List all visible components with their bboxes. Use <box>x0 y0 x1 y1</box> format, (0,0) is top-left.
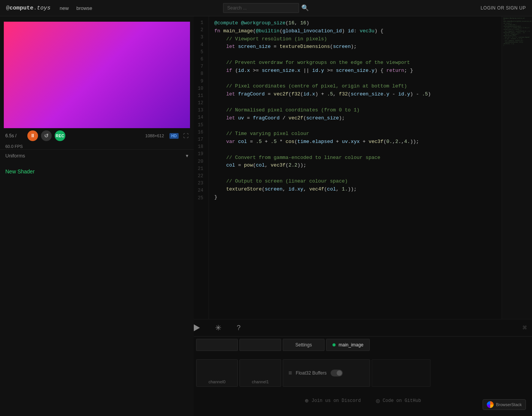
play-button[interactable] <box>194 324 200 331</box>
tab-settings[interactable]: Settings <box>283 339 325 351</box>
uniforms-bar[interactable]: Uniforms ▾ <box>0 149 194 162</box>
play-triangle-icon <box>194 324 200 331</box>
logo[interactable]: @compute.toys <box>6 5 51 11</box>
editor-toolbar: ✳ ? ⌘ <box>194 319 532 336</box>
float32-label: Float32 Buffers <box>296 370 326 376</box>
resolution-display: 1088×612 <box>145 133 164 138</box>
fullscreen-button[interactable]: ⛶ <box>183 133 188 139</box>
line-numbers: 12345 678910 1112131415 1617181920 21222… <box>194 16 209 319</box>
search-input[interactable] <box>223 3 299 13</box>
uniforms-chevron-icon: ▾ <box>186 153 188 159</box>
empty-channel <box>372 359 431 387</box>
float32-grid-icon: ≡ <box>288 370 292 376</box>
float32-settings[interactable]: ≡ Float32 Buffers <box>283 359 370 387</box>
uniforms-label: Uniforms <box>5 153 25 159</box>
header: @compute.toys new browse 🔍 LOGIN OR SIGN… <box>0 0 532 16</box>
nav-new[interactable]: new <box>60 5 69 11</box>
time-display: 6.5s / <box>5 133 24 138</box>
pause-button[interactable]: II <box>27 130 38 141</box>
auth-links[interactable]: LOGIN OR SIGN UP <box>481 5 526 11</box>
discord-link[interactable]: ⊕ Join us on Discord <box>305 397 361 405</box>
help-button[interactable]: ? <box>237 324 241 332</box>
volt-icon: ⌘ <box>522 324 527 332</box>
code-area[interactable]: 12345 678910 1112131415 1617181920 21222… <box>194 16 532 319</box>
github-icon: ◎ <box>376 397 380 405</box>
fps-display: 60.0 FPS <box>0 143 194 149</box>
tab-main-image[interactable]: main_image <box>326 339 370 351</box>
format-button[interactable]: ✳ <box>215 323 222 332</box>
logo-dot: . <box>33 5 37 11</box>
browserstack-badge: BrowserStack <box>483 399 526 410</box>
channel0-tab[interactable]: channel0 <box>196 359 238 387</box>
discord-icon: ⊕ <box>305 397 309 405</box>
shader-active-dot <box>332 343 336 346</box>
github-label: Code on GitHub <box>383 398 421 403</box>
logo-compute: compute <box>10 5 33 11</box>
footer: ⊕ Join us on Discord ◎ Code on GitHub <box>194 390 532 416</box>
controls-bar: 6.5s / II ↺ REC 1088×612 HD ⛶ <box>0 128 194 143</box>
left-panel: 6.5s / II ↺ REC 1088×612 HD ⛶ 60.0 FPS U… <box>0 16 194 416</box>
code-content[interactable]: @compute @workgroup_size(16, 16) fn main… <box>209 16 502 319</box>
minimap-inner: @compute @workgroup_size(16,16) fn main_… <box>502 16 532 319</box>
discord-label: Join us on Discord <box>312 398 361 403</box>
github-link[interactable]: ◎ Code on GitHub <box>376 397 421 405</box>
right-panel: 12345 678910 1112131415 1617181920 21222… <box>194 16 532 416</box>
tabs-row: Settings main_image <box>194 336 532 353</box>
nav-links: new browse <box>60 5 92 11</box>
browserstack-label: BrowserStack <box>496 402 522 407</box>
search-area: 🔍 <box>223 3 309 13</box>
code-editor-section: 12345 678910 1112131415 1617181920 21222… <box>194 16 532 336</box>
logo-at: @ <box>6 5 10 11</box>
search-button[interactable]: 🔍 <box>301 5 309 11</box>
preview-canvas <box>4 22 190 128</box>
tab-empty2[interactable] <box>239 339 281 351</box>
restart-button[interactable]: ↺ <box>41 130 52 141</box>
browserstack-logo <box>487 401 494 408</box>
logo-toys: toys <box>37 5 51 11</box>
new-shader-label[interactable]: New Shader <box>0 162 194 181</box>
float32-toggle[interactable] <box>331 370 343 376</box>
tab-empty1[interactable] <box>196 339 238 351</box>
channel0-label: channel0 <box>209 379 226 384</box>
tab-main-image-label: main_image <box>339 342 363 348</box>
hd-badge: HD <box>169 133 179 139</box>
channels-row: channel0 channel1 ≡ Float32 Buffers <box>194 356 532 390</box>
minimap: @compute @workgroup_size(16,16) fn main_… <box>502 16 532 319</box>
rec-button[interactable]: REC <box>55 130 65 141</box>
nav-browse[interactable]: browse <box>76 5 92 11</box>
main-layout: 6.5s / II ↺ REC 1088×612 HD ⛶ 60.0 FPS U… <box>0 16 532 416</box>
channel1-tab[interactable]: channel1 <box>239 359 281 387</box>
channel1-label: channel1 <box>252 379 269 384</box>
